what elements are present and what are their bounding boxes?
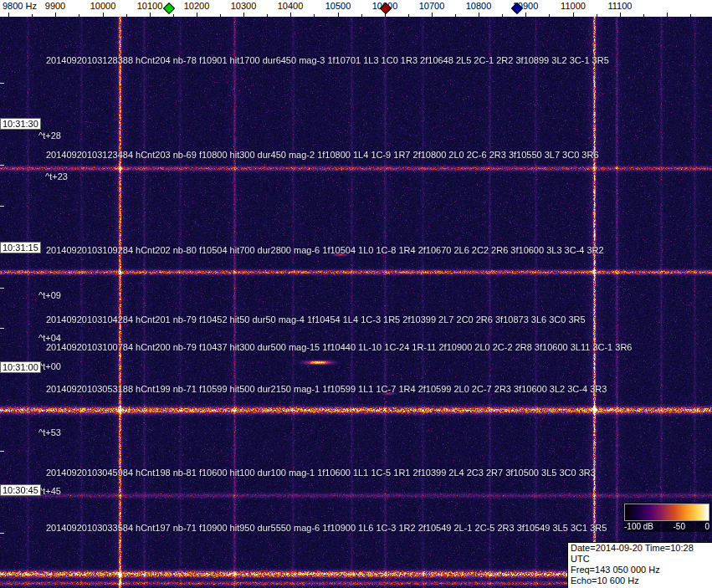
freq-major-tick (290, 13, 291, 17)
freq-minor-tick (220, 14, 221, 17)
time-offset-label: ^t+09 (38, 290, 61, 300)
freq-minor-tick (597, 14, 597, 17)
freq-minor-tick (79, 14, 79, 17)
freq-minor-tick (502, 14, 503, 17)
info-echo: Echo=10 600 Hz (571, 575, 712, 586)
info-box: Date=2014-09-20 Time=10:28 UTC Freq=143 … (567, 542, 712, 588)
detection-line: 20140920103128388 hCnt204 nb-78 f10901 h… (46, 55, 609, 65)
freq-major-tick (8, 13, 9, 17)
time-label: 10:31:00 (0, 361, 41, 373)
time-label: 10:31:30 (0, 118, 41, 130)
detection-line: 20140920103109284 hCnt202 nb-80 f10504 h… (46, 245, 604, 255)
freq-major-tick (103, 13, 104, 17)
freq-major-tick (667, 13, 668, 17)
freq-minor-tick (32, 14, 33, 17)
time-tick (0, 533, 4, 534)
freq-tick-label: 9900 (45, 1, 65, 11)
freq-minor-tick (549, 14, 550, 17)
freq-minor-tick (173, 14, 174, 17)
time-offset-label: ^t+28 (38, 130, 61, 141)
freq-minor-tick (643, 14, 644, 17)
colorbar: -100 dB -50 0 (623, 503, 710, 532)
time-tick (0, 328, 4, 329)
freq-minor-tick (408, 14, 409, 17)
colorbar-labels: -100 dB -50 0 (624, 522, 709, 531)
freq-minor-tick (690, 14, 691, 17)
freq-tick-label: 11000 (561, 1, 586, 11)
green-diamond-marker (163, 3, 175, 14)
freq-tick-label: 10400 (278, 1, 304, 11)
time-tick (0, 451, 4, 452)
detection-line: 20140920103100784 hCnt200 nb-79 f10437 h… (46, 342, 632, 352)
freq-tick-label: 10000 (90, 1, 116, 11)
info-frequency: Freq=143 050 000 Hz (571, 565, 712, 575)
freq-tick-label: 10700 (419, 1, 445, 11)
freq-major-tick (479, 13, 479, 17)
detection-line: 20140920103033584 hCnt197 nb-71 f10900 h… (46, 523, 607, 533)
detection-line: 20140920103045984 hCnt198 nb-81 f10600 h… (46, 468, 596, 478)
time-label: 10:30:45 (0, 484, 41, 496)
time-tick (0, 206, 4, 207)
time-tick (0, 410, 4, 411)
freq-major-tick (573, 13, 574, 17)
freq-major-tick (55, 13, 56, 17)
freq-major-tick (150, 13, 151, 17)
freq-major-tick (620, 13, 621, 17)
colorbar-mid-label: -50 (674, 522, 685, 531)
time-offset-label: ^t+00 (38, 361, 61, 371)
freq-tick-label: 9800 Hz (3, 1, 37, 11)
freq-tick-label: 10300 (231, 1, 257, 11)
time-offset-label: ^t+45 (38, 486, 61, 496)
freq-major-tick (338, 13, 339, 17)
time-tick (0, 83, 4, 84)
time-label: 10:31:15 (0, 242, 41, 253)
detection-line: 20140920103104284 hCnt201 nb-79 f10452 h… (46, 314, 586, 325)
detection-line: 20140920103053188 hCnt199 nb-71 f10599 h… (46, 384, 607, 394)
freq-minor-tick (267, 14, 268, 17)
freq-major-tick (197, 13, 197, 17)
freq-minor-tick (455, 14, 456, 17)
overlay-layer: 20140920103128388 hCnt204 nb-78 f10901 h… (0, 0, 712, 588)
time-offset-label: ^t+53 (38, 427, 61, 437)
colorbar-min-label: -100 dB (624, 522, 653, 531)
time-tick (0, 288, 4, 289)
detection-line: 20140920103123484 hCnt203 nb-69 f10800 h… (46, 150, 599, 160)
freq-minor-tick (126, 14, 127, 17)
freq-major-tick (432, 13, 433, 17)
freq-tick-label: 10100 (137, 1, 163, 11)
freq-tick-label: 11100 (608, 1, 633, 11)
freq-tick-label: 10500 (325, 1, 351, 11)
info-date-time: Date=2014-09-20 Time=10:28 UTC (571, 543, 712, 565)
colorbar-max-label: 0 (704, 522, 709, 531)
freq-minor-tick (361, 14, 362, 17)
colorbar-gradient (624, 504, 709, 521)
frequency-axis: 9800 Hz990010000101001020010300104001050… (0, 0, 712, 17)
spectrogram-app: 9800 Hz990010000101001020010300104001050… (0, 0, 712, 588)
time-offset-label: ^t+04 (38, 333, 61, 343)
freq-minor-tick (314, 14, 315, 17)
time-tick (0, 165, 4, 166)
freq-major-tick (243, 13, 244, 17)
time-tick (0, 574, 4, 575)
freq-major-tick (525, 13, 526, 17)
freq-tick-label: 10200 (184, 1, 210, 11)
time-offset-label: ^t+23 (45, 171, 68, 182)
freq-tick-label: 10800 (466, 1, 492, 11)
